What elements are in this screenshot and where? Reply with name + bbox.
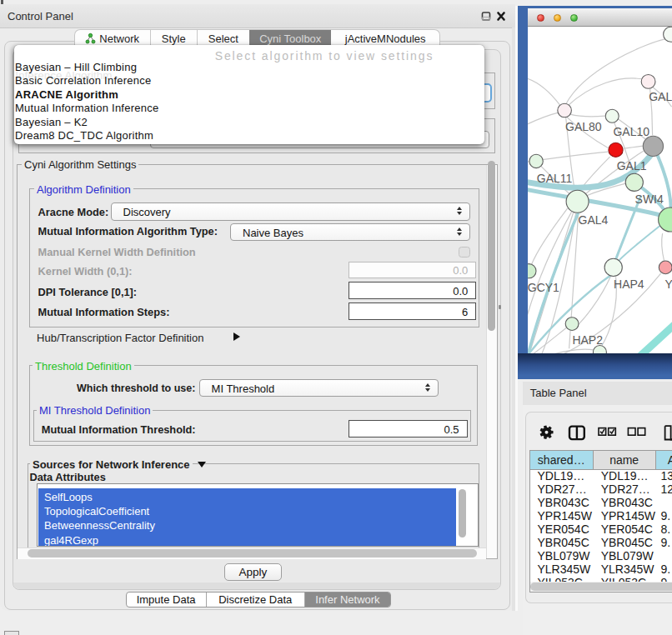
svg-text:HAP4: HAP4 — [614, 278, 644, 291]
svg-text:GAL1: GAL1 — [617, 159, 647, 172]
svg-text:HAP2: HAP2 — [573, 333, 604, 347]
svg-text:SWI4: SWI4 — [635, 192, 664, 206]
svg-text:GAL80: GAL80 — [565, 119, 602, 132]
svg-text:GAL11: GAL11 — [537, 172, 573, 185]
svg-text:GCY1: GCY1 — [528, 280, 559, 293]
svg-text:GAL4: GAL4 — [579, 213, 609, 227]
svg-text:GAL10: GAL10 — [614, 125, 650, 138]
svg-text:GAL7: GAL7 — [649, 90, 672, 103]
svg-text:Y: Y — [665, 278, 672, 291]
